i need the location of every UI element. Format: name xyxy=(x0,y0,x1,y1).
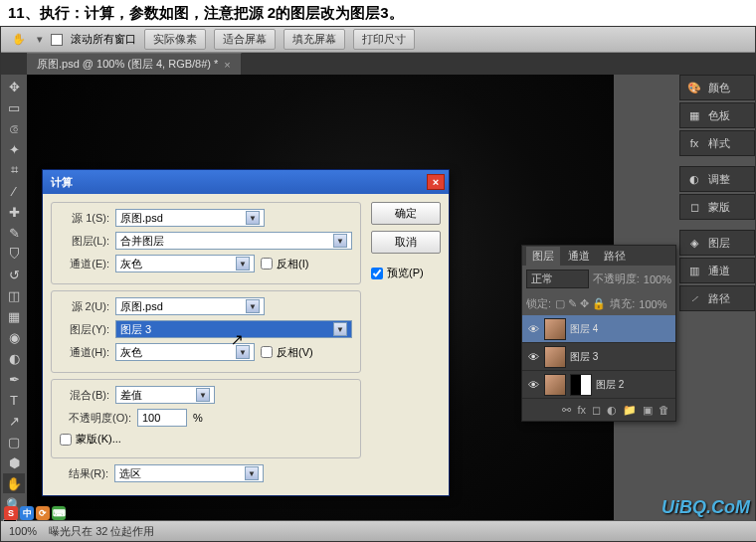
actual-pixels-button[interactable]: 实际像素 xyxy=(144,29,206,50)
history-brush-tool[interactable]: ↺ xyxy=(3,265,25,284)
source2-group: 源 2(U): 原图.psd▼ 图层(Y): 图层 3▼ 通道(H): 灰色▼ … xyxy=(51,290,361,373)
chevron-down-icon: ▼ xyxy=(245,466,259,480)
channel2-select[interactable]: 灰色▼ xyxy=(115,343,255,361)
opacity-input[interactable] xyxy=(137,409,187,427)
lasso-tool[interactable]: ⟃ xyxy=(3,118,25,138)
new-layer-icon[interactable]: ▣ xyxy=(643,404,653,417)
tab-layers[interactable]: 图层 xyxy=(526,247,560,266)
document-tab-bar: 原图.psd @ 100% (图层 4, RGB/8#) * × xyxy=(1,53,755,75)
result-select[interactable]: 选区▼ xyxy=(114,464,264,482)
layers-icon: ◈ xyxy=(686,235,702,251)
opacity-pct: % xyxy=(193,412,203,424)
tab-paths[interactable]: 路径 xyxy=(598,247,632,266)
trash-icon[interactable]: 🗑 xyxy=(659,404,669,416)
blur-tool[interactable]: ◉ xyxy=(3,327,25,347)
panel-mask[interactable]: ◻蒙版 xyxy=(679,194,755,220)
result-label: 结果(R): xyxy=(59,466,108,481)
instruction-caption: 11、执行：计算，参数如图，注意把源 2的图层改为图层3。 xyxy=(0,0,756,27)
fx-icon[interactable]: fx xyxy=(577,404,586,416)
channel1-select[interactable]: 灰色▼ xyxy=(115,255,255,272)
chevron-down-icon: ▼ xyxy=(236,257,250,271)
panel-paths[interactable]: ⟋路径 xyxy=(679,285,755,311)
tab-channels[interactable]: 通道 xyxy=(562,247,596,266)
panel-swatch[interactable]: ▦色板 xyxy=(679,102,755,128)
layer-thumbnail[interactable] xyxy=(544,346,566,368)
marquee-tool[interactable]: ▭ xyxy=(3,97,25,117)
document-tab[interactable]: 原图.psd @ 100% (图层 4, RGB/8#) * × xyxy=(27,53,242,75)
source1-label: 源 1(S): xyxy=(60,211,109,226)
swatch-icon: ▦ xyxy=(686,107,702,123)
fill-screen-button[interactable]: 填充屏幕 xyxy=(284,29,345,50)
mask-thumbnail[interactable] xyxy=(570,374,592,396)
layer-thumbnail[interactable] xyxy=(544,318,566,340)
crop-tool[interactable]: ⌗ xyxy=(3,160,25,180)
source2-select[interactable]: 原图.psd▼ xyxy=(115,297,265,315)
3d-tool[interactable]: ⬢ xyxy=(3,452,25,472)
wand-tool[interactable]: ✦ xyxy=(3,139,25,159)
source1-select[interactable]: 原图.psd▼ xyxy=(115,209,265,227)
shape-tool[interactable]: ▢ xyxy=(3,432,25,452)
eyedropper-tool[interactable]: ⁄ xyxy=(3,181,25,201)
scroll-all-checkbox[interactable] xyxy=(51,34,63,46)
pen-tool[interactable]: ✒ xyxy=(3,369,25,389)
visibility-icon[interactable]: 👁 xyxy=(526,322,540,336)
visibility-icon[interactable]: 👁 xyxy=(526,378,540,392)
panel-color[interactable]: 🎨颜色 xyxy=(679,75,755,100)
visibility-icon[interactable]: 👁 xyxy=(526,350,540,364)
dialog-close-button[interactable]: × xyxy=(427,174,445,190)
link-icon[interactable]: ⚯ xyxy=(562,404,571,417)
layer-row[interactable]: 👁 图层 2 xyxy=(522,371,675,399)
folder-icon[interactable]: 📁 xyxy=(623,404,637,417)
watermark: UiBQ.CoM xyxy=(662,497,750,518)
panel-styles[interactable]: fx样式 xyxy=(679,130,755,156)
wm-badge: ⟳ xyxy=(36,506,50,520)
zoom-value[interactable]: 100% xyxy=(9,525,37,537)
invert1-checkbox[interactable] xyxy=(261,258,273,270)
fit-screen-button[interactable]: 适合屏幕 xyxy=(214,29,276,50)
layers-panel: 图层 通道 路径 正常 不透明度: 100% 锁定: ▢ ✎ ✥ 🔒 填充: 1… xyxy=(521,245,676,422)
panel-adjust[interactable]: ◐调整 xyxy=(679,166,755,192)
adjustment-icon[interactable]: ◐ xyxy=(607,404,617,417)
stamp-tool[interactable]: ⛉ xyxy=(3,244,25,264)
preview-checkbox[interactable] xyxy=(371,268,383,279)
fill-value[interactable]: 100% xyxy=(639,298,666,310)
hand-tool[interactable]: ✋ xyxy=(3,473,25,493)
blend-select[interactable]: 差值▼ xyxy=(115,386,215,404)
eraser-tool[interactable]: ◫ xyxy=(3,285,25,305)
blend-mode-select[interactable]: 正常 xyxy=(526,270,589,288)
layer2-select[interactable]: 图层 3▼ xyxy=(115,320,352,338)
lock-icons[interactable]: ▢ ✎ ✥ 🔒 xyxy=(555,297,606,310)
layers-panel-tabs: 图层 通道 路径 xyxy=(522,246,675,266)
opacity-value[interactable]: 100% xyxy=(644,273,671,285)
layer-row[interactable]: 👁 图层 3 xyxy=(522,343,675,371)
watermark-icons: S 中 ⟳ ⌨ xyxy=(4,506,66,520)
layer-thumbnail[interactable] xyxy=(544,374,566,396)
move-tool[interactable]: ✥ xyxy=(3,77,25,96)
path-tool[interactable]: ↗ xyxy=(3,411,25,431)
panel-channels[interactable]: ▥通道 xyxy=(679,258,755,283)
brush-tool[interactable]: ✎ xyxy=(3,223,25,243)
layer2-label: 图层(Y): xyxy=(60,322,109,337)
tool-palette: ✥ ▭ ⟃ ✦ ⌗ ⁄ ✚ ✎ ⛉ ↺ ◫ ▦ ◉ ◐ ✒ T ↗ ▢ ⬢ ✋ … xyxy=(1,75,27,541)
gradient-tool[interactable]: ▦ xyxy=(3,306,25,326)
type-tool[interactable]: T xyxy=(3,390,25,410)
dialog-titlebar[interactable]: 计算 × xyxy=(43,170,449,194)
healing-tool[interactable]: ✚ xyxy=(3,202,25,222)
chevron-down-icon: ▼ xyxy=(333,234,347,248)
dropdown-icon[interactable]: ▾ xyxy=(37,33,43,46)
ok-button[interactable]: 确定 xyxy=(371,202,441,225)
layer-row[interactable]: 👁 图层 4 xyxy=(522,315,675,343)
mask-add-icon[interactable]: ◻ xyxy=(592,404,601,417)
panel-layers[interactable]: ◈图层 xyxy=(679,230,755,256)
mask-checkbox[interactable] xyxy=(60,434,72,446)
layer-name: 图层 4 xyxy=(570,322,598,336)
dodge-tool[interactable]: ◐ xyxy=(3,348,25,368)
layer1-select[interactable]: 合并图层▼ xyxy=(115,232,352,250)
close-tab-icon[interactable]: × xyxy=(224,59,230,71)
status-info: 曝光只在 32 位起作用 xyxy=(49,524,154,539)
invert2-checkbox[interactable] xyxy=(261,346,273,358)
hand-tool-icon[interactable]: ✋ xyxy=(9,30,29,50)
print-size-button[interactable]: 打印尺寸 xyxy=(353,29,415,50)
scroll-all-label: 滚动所有窗口 xyxy=(71,32,136,47)
cancel-button[interactable]: 取消 xyxy=(371,231,441,254)
